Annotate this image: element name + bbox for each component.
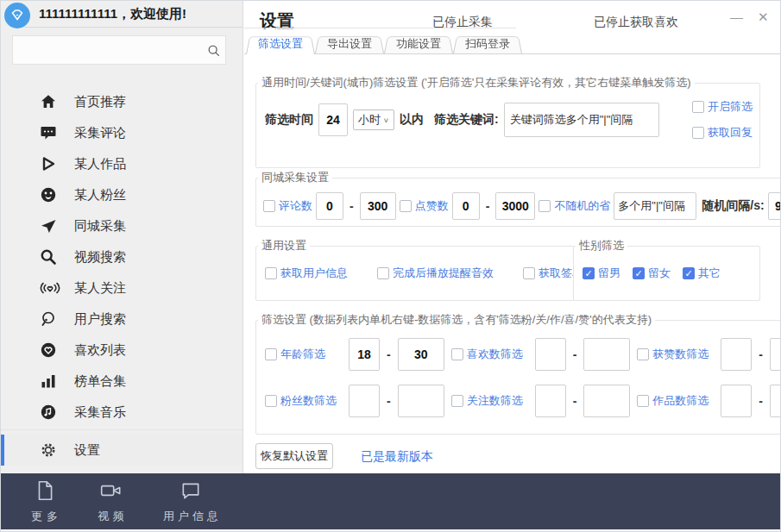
sidebar-item-video-search[interactable]: 视频搜索 <box>1 241 242 272</box>
random-interval-input[interactable] <box>768 192 781 220</box>
sidebar-item-collect-comments[interactable]: 采集评论 <box>1 117 242 148</box>
section-time-keyword-filter: 通用时间/关键词(城市)筛选设置 ('开启筛选'只在采集评论有效，其它右键菜单触… <box>255 75 760 168</box>
comments-icon <box>40 123 60 142</box>
comment-min-input[interactable] <box>316 192 343 220</box>
likes-max-input[interactable] <box>583 338 630 371</box>
filter-time-label: 筛选时间 <box>265 112 313 128</box>
checkbox-comment-count[interactable]: 评论数 <box>263 198 312 214</box>
section-data-filter: 筛选设置 (数据列表内单机右键-数据筛选，含有'筛选粉/关/作/喜/赞'的代表支… <box>255 312 781 435</box>
sidebar-item-likes-list[interactable]: 喜欢列表 <box>1 335 242 366</box>
tab-qr-login[interactable]: 扫码登录 <box>453 34 522 53</box>
user-search-icon <box>40 310 60 329</box>
tab-filter-settings[interactable]: 筛选设置 <box>246 34 315 53</box>
filter-group-age: 年龄筛选 - <box>265 338 444 371</box>
likes-min-input[interactable] <box>535 338 566 371</box>
reset-defaults-button[interactable]: 恢复默认设置 <box>255 443 333 469</box>
bottom-item-video[interactable]: 视频 <box>93 479 129 524</box>
chevron-down-icon: ∨ <box>383 116 389 124</box>
document-icon <box>34 479 56 505</box>
checkbox-get-user-info[interactable]: 获取用户信息 <box>265 266 348 281</box>
tab-export-settings[interactable]: 导出设置 <box>315 34 384 53</box>
settings-tabs: 筛选设置 导出设置 功能设置 扫码登录 <box>244 35 780 54</box>
likes-status-text: 已停止获取喜欢 <box>594 15 678 30</box>
checkbox-fans-filter[interactable]: 粉丝数筛选 <box>265 393 344 409</box>
sidebar-item-label: 某人粉丝 <box>74 187 126 203</box>
age-max-input[interactable] <box>398 338 444 371</box>
sidebar-item-label: 设置 <box>74 442 100 459</box>
checkbox-checked-icon <box>633 267 645 279</box>
sidebar-header: 111111111111，欢迎使用! <box>1 1 242 28</box>
sidebar-item-city-collect[interactable]: 同城采集 <box>1 210 242 241</box>
checkbox-get-replies[interactable]: 获取回复 <box>692 125 753 141</box>
checkbox-icon <box>637 395 649 407</box>
time-unit-select[interactable]: 小时 ∨ <box>353 110 394 130</box>
checkbox-enable-filter[interactable]: 开启筛选 <box>692 99 753 115</box>
checkbox-icon <box>265 267 277 279</box>
praise-min-input[interactable] <box>721 338 752 371</box>
filter-group-fans: 粉丝数筛选 - <box>265 385 444 417</box>
bottom-item-more[interactable]: 更多 <box>27 479 62 524</box>
sidebar-item-settings[interactable]: 设置 <box>1 435 242 466</box>
section-legend: 同城采集设置 <box>258 170 332 185</box>
sidebar-item-label: 视频搜索 <box>74 249 126 266</box>
sidebar-item-user-fans[interactable]: 某人粉丝 <box>1 179 242 210</box>
sidebar: 111111111111，欢迎使用! 首页推荐 <box>1 1 243 473</box>
sidebar-item-ranking-collection[interactable]: 榜单合集 <box>1 366 242 397</box>
filter-group-works: 作品数筛选 - <box>637 385 781 417</box>
praise-max-input[interactable] <box>770 338 781 371</box>
home-icon <box>40 92 60 111</box>
like-min-input[interactable] <box>452 192 480 220</box>
comment-max-input[interactable] <box>360 192 396 220</box>
checkbox-works-filter[interactable]: 作品数筛选 <box>637 393 716 409</box>
fans-max-input[interactable] <box>398 385 444 417</box>
filter-group-follows: 关注数筛选 - <box>451 385 631 417</box>
like-max-input[interactable] <box>495 192 535 220</box>
works-max-input[interactable] <box>770 385 781 417</box>
chart-icon <box>40 372 60 391</box>
checkbox-like-count[interactable]: 点赞数 <box>400 198 449 214</box>
follows-min-input[interactable] <box>535 385 566 417</box>
checkbox-age-filter[interactable]: 年龄筛选 <box>265 347 344 362</box>
version-status-text[interactable]: 已是最新版本 <box>361 449 433 465</box>
bottom-item-user-info[interactable]: 用户信息 <box>160 479 222 524</box>
search-icon[interactable] <box>201 43 225 58</box>
header-divider <box>25 27 242 28</box>
checkbox-keep-male[interactable]: 留男 <box>583 266 620 281</box>
music-icon <box>40 403 60 422</box>
tab-function-settings[interactable]: 功能设置 <box>384 34 453 53</box>
random-interval-label: 随机间隔/s: <box>702 198 764 214</box>
follows-max-input[interactable] <box>583 385 630 417</box>
filter-keyword-input[interactable] <box>504 103 659 137</box>
checkbox-icon <box>451 395 463 407</box>
checkbox-keep-female[interactable]: 留女 <box>633 266 671 281</box>
sidebar-item-label: 采集评论 <box>74 125 126 141</box>
close-button[interactable]: ✕ <box>758 9 769 25</box>
checkbox-praise-filter[interactable]: 获赞数筛选 <box>637 347 716 362</box>
heart-icon <box>40 341 60 360</box>
province-list-input[interactable] <box>614 192 696 220</box>
fans-icon <box>40 185 60 204</box>
search-input[interactable] <box>13 36 201 64</box>
checkbox-follows-filter[interactable]: 关注数筛选 <box>451 393 531 409</box>
sidebar-item-collect-music[interactable]: 采集音乐 <box>1 397 242 428</box>
sidebar-item-user-search[interactable]: 用户搜索 <box>1 304 242 335</box>
sidebar-divider <box>1 429 242 430</box>
filter-time-input[interactable] <box>318 103 348 136</box>
sidebar-item-user-works[interactable]: 某人作品 <box>1 148 242 179</box>
checkbox-likes-filter[interactable]: 喜欢数筛选 <box>451 347 531 362</box>
checkbox-icon <box>377 267 389 279</box>
checkbox-checked-icon <box>683 267 695 279</box>
checkbox-keep-other[interactable]: 其它 <box>683 266 721 281</box>
sidebar-item-label: 榜单合集 <box>74 373 126 390</box>
sidebar-item-user-follows[interactable]: 某人关注 <box>1 272 242 304</box>
checkbox-icon <box>265 395 277 407</box>
fans-min-input[interactable] <box>349 385 380 417</box>
checkbox-nonrandom-province[interactable]: 不随机的省 <box>539 198 610 214</box>
minimize-button[interactable]: — <box>730 9 743 25</box>
age-min-input[interactable] <box>349 338 380 371</box>
checkbox-play-sound-on-finish[interactable]: 完成后播放提醒音效 <box>377 266 494 281</box>
works-min-input[interactable] <box>721 385 752 417</box>
sidebar-item-home-feed[interactable]: 首页推荐 <box>1 86 242 117</box>
checkbox-icon <box>265 348 277 360</box>
sidebar-menu: 首页推荐 采集评论 某人作品 某人粉丝 <box>1 86 242 428</box>
